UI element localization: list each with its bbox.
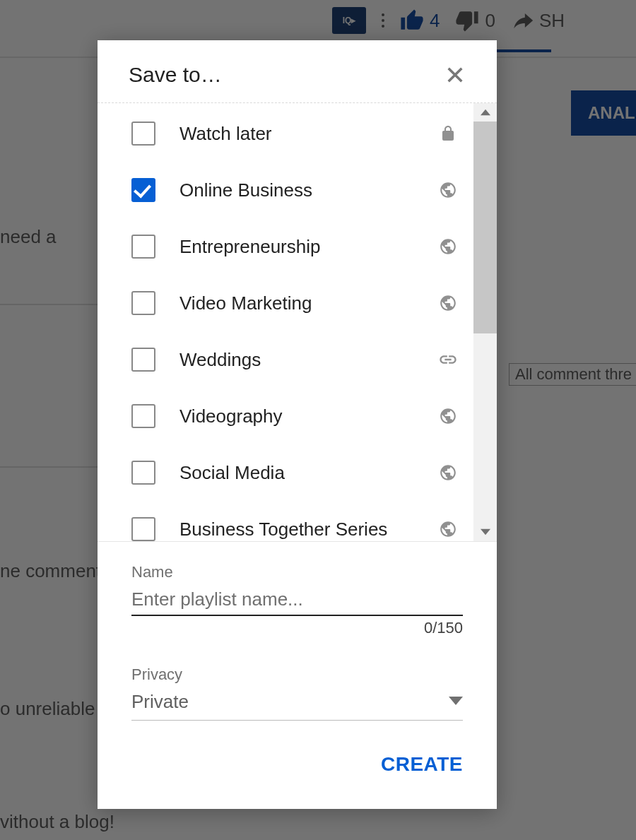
playlist-row[interactable]: Online Business bbox=[131, 178, 458, 202]
globe-icon bbox=[438, 406, 458, 426]
create-button[interactable]: CREATE bbox=[381, 753, 463, 775]
playlist-checkbox[interactable] bbox=[131, 404, 155, 428]
lock-icon bbox=[438, 124, 458, 143]
playlist-label: Social Media bbox=[179, 462, 414, 484]
playlist-label: Watch later bbox=[179, 123, 414, 145]
create-playlist-section: Name 0/150 Privacy Private CREATE bbox=[98, 541, 497, 790]
playlist-row[interactable]: Social Media bbox=[131, 461, 458, 485]
save-to-playlist-modal: Save to… Watch laterOnline BusinessEntre… bbox=[98, 40, 497, 809]
globe-icon bbox=[438, 519, 458, 539]
playlist-label: Weddings bbox=[179, 349, 414, 371]
scrollbar-thumb[interactable] bbox=[473, 122, 497, 333]
playlist-label: Video Marketing bbox=[179, 292, 414, 314]
modal-title: Save to… bbox=[129, 63, 222, 87]
playlist-row[interactable]: Entrepreneurship bbox=[131, 235, 458, 259]
link-icon bbox=[438, 350, 458, 369]
playlist-row[interactable]: Business Together Series bbox=[131, 517, 458, 541]
playlist-row[interactable]: Weddings bbox=[131, 348, 458, 372]
globe-icon bbox=[438, 293, 458, 313]
globe-icon bbox=[438, 237, 458, 256]
playlist-checkbox[interactable] bbox=[131, 517, 155, 541]
playlist-label: Videography bbox=[179, 406, 414, 427]
privacy-value: Private bbox=[131, 691, 189, 713]
scrollbar[interactable] bbox=[473, 103, 497, 541]
globe-icon bbox=[438, 180, 458, 200]
playlist-row[interactable]: Videography bbox=[131, 404, 458, 428]
privacy-field-label: Privacy bbox=[131, 666, 463, 684]
playlist-list: Watch laterOnline BusinessEntrepreneursh… bbox=[98, 103, 473, 541]
privacy-dropdown[interactable]: Private bbox=[131, 687, 463, 721]
playlist-row[interactable]: Watch later bbox=[131, 122, 458, 146]
playlist-checkbox[interactable] bbox=[131, 178, 155, 202]
globe-icon bbox=[438, 463, 458, 483]
playlist-checkbox[interactable] bbox=[131, 348, 155, 372]
playlist-checkbox[interactable] bbox=[131, 235, 155, 259]
playlist-name-input[interactable] bbox=[131, 584, 463, 616]
playlist-row[interactable]: Video Marketing bbox=[131, 291, 458, 315]
playlist-checkbox[interactable] bbox=[131, 461, 155, 485]
name-field-label: Name bbox=[131, 563, 463, 581]
playlist-checkbox[interactable] bbox=[131, 122, 155, 146]
close-button[interactable] bbox=[444, 64, 466, 85]
chevron-down-icon bbox=[449, 691, 463, 713]
name-char-counter: 0/150 bbox=[131, 619, 463, 637]
scroll-down-arrow-icon[interactable] bbox=[473, 523, 497, 541]
scroll-up-arrow-icon[interactable] bbox=[473, 103, 497, 122]
playlist-label: Business Together Series bbox=[179, 519, 414, 540]
playlist-checkbox[interactable] bbox=[131, 291, 155, 315]
playlist-label: Online Business bbox=[179, 179, 414, 201]
playlist-label: Entrepreneurship bbox=[179, 236, 414, 258]
